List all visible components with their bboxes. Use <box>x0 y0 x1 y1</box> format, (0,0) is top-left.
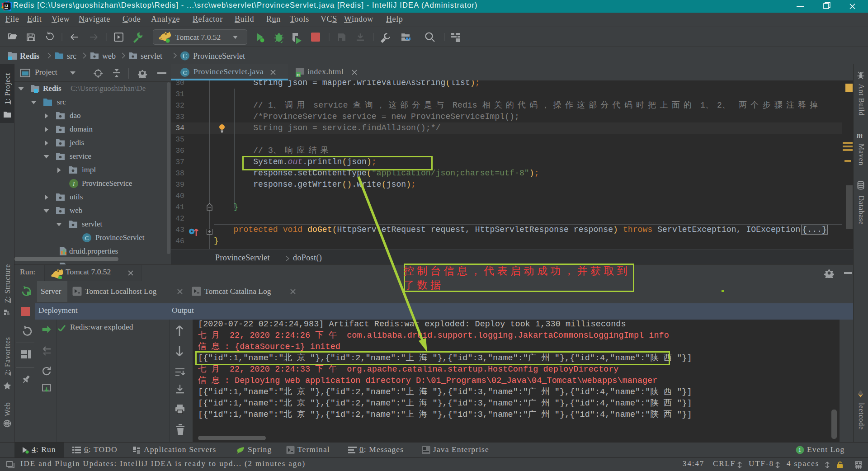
svg-text:C: C <box>183 52 187 60</box>
svg-text:C: C <box>85 235 89 241</box>
svg-text:servlet: servlet <box>141 52 162 61</box>
svg-text:Redis: Redis <box>20 52 39 61</box>
svg-text:ProvinceServlet: ProvinceServlet <box>193 52 245 61</box>
svg-text:1: 1 <box>798 447 802 453</box>
svg-text:web: web <box>102 52 116 61</box>
svg-text:src: src <box>67 52 76 61</box>
svg-text:Tomcat 7.0.52: Tomcat 7.0.52 <box>175 33 221 42</box>
svg-text:H: H <box>297 72 300 77</box>
svg-text:C: C <box>183 69 187 76</box>
svg-text:m: m <box>857 132 863 140</box>
svg-text:IJ: IJ <box>5 3 8 8</box>
